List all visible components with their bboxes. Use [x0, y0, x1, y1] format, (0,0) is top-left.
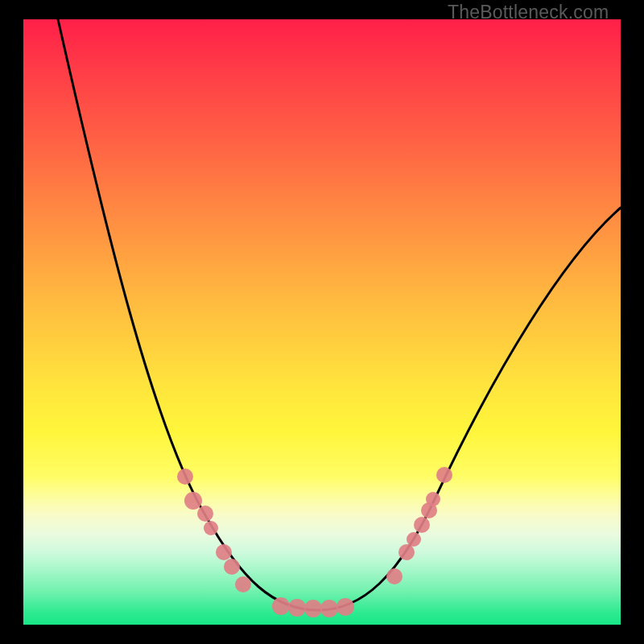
data-point [386, 568, 402, 584]
data-point [407, 532, 421, 547]
data-point [336, 598, 354, 616]
data-point [304, 600, 322, 617]
data-point [197, 506, 213, 522]
data-point [436, 467, 452, 483]
data-point [272, 597, 290, 615]
data-point [426, 492, 440, 506]
data-point [414, 517, 430, 533]
bottleneck-curve [0, 0, 644, 644]
data-point [177, 469, 193, 485]
data-point [216, 544, 232, 560]
data-point [398, 544, 415, 560]
data-point [224, 559, 240, 575]
watermark-text: TheBottleneck.com [448, 2, 609, 23]
data-point [235, 576, 251, 592]
data-point [320, 600, 338, 617]
data-point [288, 599, 306, 617]
data-point [204, 521, 218, 535]
